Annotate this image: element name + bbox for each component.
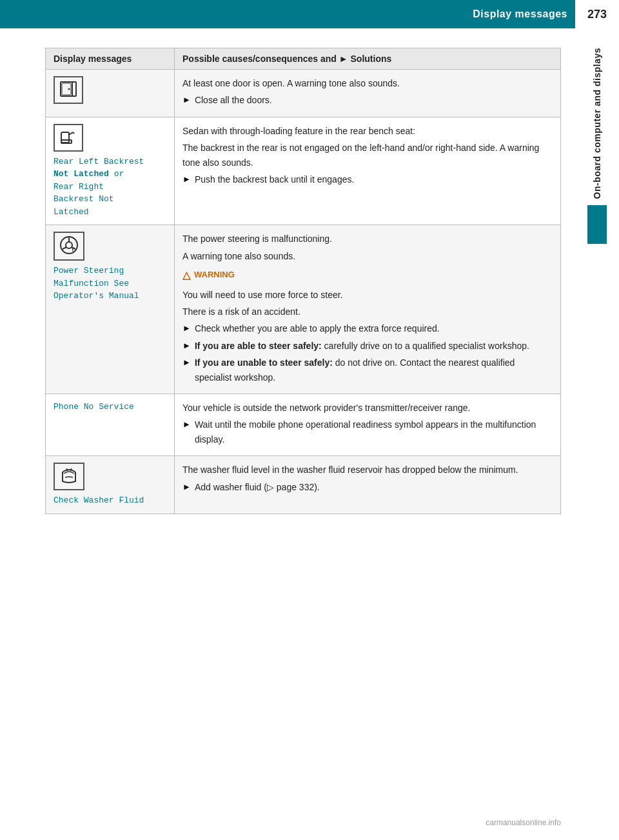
col1-header: Display messages (46, 48, 175, 70)
label-notlatched: Not Latched (54, 169, 109, 179)
solution-item-1: ► Check whether you are able to apply th… (182, 321, 553, 335)
solution-text-2: If you are able to steer safely: careful… (195, 339, 529, 353)
phone-label: Phone No Service (54, 401, 166, 414)
cause-text-4: There is a risk of an accident. (182, 305, 553, 319)
sidebar-label: On-board computer and displays (592, 48, 602, 199)
cause-text: At least one door is open. A warning ton… (182, 76, 553, 90)
cause-text-2: The backrest in the rear is not engaged … (182, 141, 553, 170)
label-line3: Operator's Manual (54, 291, 139, 301)
label-or: or (109, 169, 124, 179)
solution-text: Close all the doors. (195, 93, 272, 107)
msg-cell-phone: Phone No Service (46, 394, 175, 456)
svg-text:!: ! (72, 246, 74, 254)
solution-item: ► Add washer fluid (▷ page 332). (182, 480, 553, 494)
door-icon (54, 76, 83, 104)
arrow-icon: ► (182, 356, 191, 370)
arrow-icon: ► (182, 418, 191, 432)
msg-cell-steering: ! Power Steering Malfunction See Operato… (46, 225, 175, 394)
arrow-icon: ► (182, 173, 191, 186)
svg-point-2 (68, 88, 70, 90)
label-line5: Latched (54, 207, 89, 217)
svg-rect-6 (61, 132, 69, 143)
table-row: ! Power Steering Malfunction See Operato… (46, 225, 561, 394)
warning-label: WARNING (194, 268, 235, 282)
page-number-box: 273 (575, 0, 619, 28)
sidebar-label-container: On-board computer and displays (575, 28, 619, 840)
label-line1: Phone No Service (54, 402, 134, 412)
cause-cell-door: At least one door is open. A warning ton… (175, 70, 561, 117)
cause-cell-washer: The washer fluid level in the washer flu… (175, 456, 561, 514)
label-line4: Backrest Not (54, 194, 114, 204)
table-row: At least one door is open. A warning ton… (46, 70, 561, 117)
warning-triangle-icon: △ (182, 267, 190, 284)
solution-item: ► Close all the doors. (182, 93, 553, 107)
solution-text: Add washer fluid (▷ page 332). (195, 480, 320, 494)
arrow-icon: ► (182, 322, 191, 335)
cause-text-2: A warning tone also sounds. (182, 249, 553, 263)
cause-cell-backrest: Sedan with through-loading feature in th… (175, 117, 561, 225)
cause-text-1: The washer fluid level in the washer flu… (182, 463, 553, 477)
col2-header: Possible causes/consequences and ► Solut… (175, 48, 561, 70)
msg-cell-door (46, 70, 175, 117)
warning-block: △ WARNING (182, 267, 553, 284)
washer-fluid-icon (54, 463, 84, 490)
sidebar-accent (587, 205, 607, 244)
header-bar: Display messages (0, 0, 619, 28)
solution-text-1: Check whether you are able to apply the … (195, 321, 440, 335)
svg-line-9 (73, 132, 74, 134)
label-line1: Rear Left Backrest (54, 157, 144, 166)
solution-text: Wait until the mobile phone operational … (195, 417, 553, 446)
cause-cell-phone: Your vehicle is outside the network prov… (175, 394, 561, 456)
display-messages-table: Display messages Possible causes/consequ… (45, 48, 561, 514)
cause-text-1: Your vehicle is outside the network prov… (182, 401, 553, 415)
steering-icon: ! (54, 232, 84, 261)
watermark: carmanualsonline.info (486, 818, 561, 827)
cause-text-1: The power steering is malfunctioning. (182, 232, 553, 246)
cause-cell-steering: The power steering is malfunctioning. A … (175, 225, 561, 394)
svg-rect-7 (61, 140, 72, 143)
solution-item: ► Push the backrest back until it engage… (182, 172, 553, 186)
arrow-icon: ► (182, 94, 191, 107)
washer-label: Check Washer Fluid (54, 494, 166, 507)
label-line3: Rear Right (54, 182, 104, 192)
table-row: Check Washer Fluid The washer fluid leve… (46, 456, 561, 514)
cause-text-1: Sedan with through-loading feature in th… (182, 124, 553, 138)
main-content: Display messages Possible causes/consequ… (45, 48, 561, 514)
backrest-label: Rear Left Backrest Not Latched or Rear R… (54, 155, 166, 219)
msg-cell-washer: Check Washer Fluid (46, 456, 175, 514)
page-number: 273 (587, 8, 607, 21)
cause-text-3: You will need to use more force to steer… (182, 288, 553, 302)
solution-text: Push the backrest back until it engages. (195, 172, 354, 186)
solution-item-2: ► If you are able to steer safely: caref… (182, 339, 553, 353)
label-line1: Check Washer Fluid (54, 495, 144, 505)
table-row: Rear Left Backrest Not Latched or Rear R… (46, 117, 561, 225)
solution-item-3: ► If you are unable to steer safely: do … (182, 355, 553, 385)
seat-backrest-icon (54, 124, 83, 152)
solution-item: ► Wait until the mobile phone operationa… (182, 417, 553, 446)
msg-cell-backrest: Rear Left Backrest Not Latched or Rear R… (46, 117, 175, 225)
solution-text-3: If you are unable to steer safely: do no… (195, 355, 553, 385)
arrow-icon: ► (182, 339, 191, 353)
steering-label: Power Steering Malfunction See Operator'… (54, 265, 166, 303)
header-title: Display messages (473, 8, 567, 20)
svg-rect-0 (61, 82, 72, 96)
arrow-icon: ► (182, 481, 191, 494)
svg-line-13 (63, 247, 66, 249)
table-row: Phone No Service Your vehicle is outside… (46, 394, 561, 456)
label-line2: Malfunction See (54, 279, 129, 288)
label-line1: Power Steering (54, 266, 124, 275)
